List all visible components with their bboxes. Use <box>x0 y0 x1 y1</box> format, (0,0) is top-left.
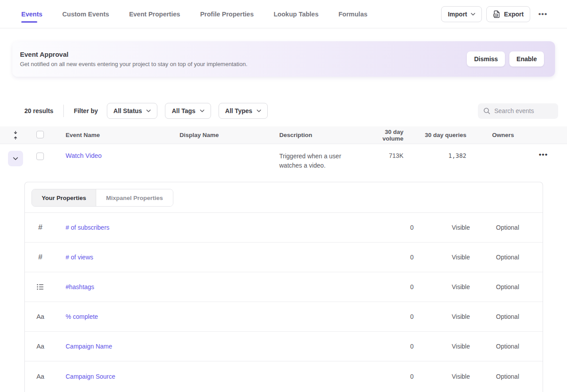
nav-actions: Import csv Export ••• <box>441 0 547 28</box>
export-button[interactable]: csv Export <box>486 6 530 22</box>
property-volume: 0 <box>374 343 414 350</box>
property-row: Aa Campaign Source 0 Visible Optional <box>25 361 543 391</box>
types-filter-dropdown[interactable]: All Types <box>219 103 268 119</box>
status-filter-label: All Status <box>113 107 142 114</box>
property-requirement: Optional <box>470 373 519 380</box>
chevron-down-icon <box>146 110 151 112</box>
divider <box>63 105 64 117</box>
text-type-icon: Aa <box>25 343 56 350</box>
property-requirement: Optional <box>470 343 519 350</box>
event-table-row: Watch Video Triggered when a user watche… <box>0 144 567 175</box>
properties-tab-control: Your Properties Mixpanel Properties <box>31 189 173 207</box>
tab-profile-properties[interactable]: Profile Properties <box>200 0 254 28</box>
chevron-down-icon <box>257 110 261 112</box>
property-name-link[interactable]: # of views <box>56 254 374 261</box>
col-header-owners: Owners <box>471 132 567 138</box>
import-button[interactable]: Import <box>441 6 482 22</box>
col-header-volume: 30 day volume <box>364 129 408 142</box>
list-type-icon <box>25 284 56 290</box>
nav-tab-list: Events Custom Events Event Properties Pr… <box>21 0 368 28</box>
property-visibility: Visible <box>414 224 470 231</box>
tab-custom-events[interactable]: Custom Events <box>63 0 109 28</box>
filter-toolbar: 20 results Filter by All Status All Tags… <box>24 103 558 119</box>
banner-actions: Dismiss Enable <box>467 51 544 67</box>
tab-events[interactable]: Events <box>21 0 43 28</box>
svg-text:csv: csv <box>494 14 497 16</box>
property-visibility: Visible <box>414 343 470 350</box>
property-visibility: Visible <box>414 313 470 320</box>
property-row: Aa Campaign Name 0 Visible Optional <box>25 332 543 361</box>
search-icon <box>483 107 490 114</box>
results-count: 20 results <box>24 107 53 114</box>
property-name-link[interactable]: #hashtags <box>56 283 374 290</box>
property-row: # # of views 0 Visible Optional <box>25 243 543 272</box>
banner-title: Event Approval <box>20 51 247 58</box>
import-button-label: Import <box>448 11 467 18</box>
event-description: Triggered when a user watches a video. <box>279 149 351 170</box>
event-name-link[interactable]: Watch Video <box>53 149 180 159</box>
chevron-down-icon <box>471 13 475 16</box>
property-volume: 0 <box>374 313 414 320</box>
chevron-down-icon <box>13 157 18 161</box>
property-volume: 0 <box>374 283 414 290</box>
search-events-input[interactable] <box>494 107 554 114</box>
collapse-all-icon[interactable] <box>0 131 31 140</box>
property-row: # # of subscribers 0 Visible Optional <box>25 213 543 243</box>
tab-lookup-tables[interactable]: Lookup Tables <box>274 0 318 28</box>
tags-filter-dropdown[interactable]: All Tags <box>165 103 211 119</box>
top-navigation: Events Custom Events Event Properties Pr… <box>0 0 567 28</box>
event-approval-banner: Event Approval Get notified on all new e… <box>12 41 555 77</box>
number-type-icon: # <box>25 223 56 232</box>
csv-file-icon: csv <box>493 10 501 18</box>
number-type-icon: # <box>25 253 56 262</box>
property-requirement: Optional <box>470 283 519 290</box>
tab-mixpanel-properties[interactable]: Mixpanel Properties <box>96 189 172 206</box>
property-requirement: Optional <box>470 224 519 231</box>
col-header-event-name: Event Name <box>53 132 180 138</box>
nav-more-menu-icon[interactable]: ••• <box>538 10 547 19</box>
property-volume: 0 <box>374 224 414 231</box>
event-queries-value: 1,382 <box>408 149 471 159</box>
dismiss-button[interactable]: Dismiss <box>467 51 505 67</box>
tags-filter-label: All Tags <box>172 107 195 114</box>
text-type-icon: Aa <box>25 313 56 320</box>
property-row: Aa % complete 0 Visible Optional <box>25 302 543 332</box>
properties-tabbar: Your Properties Mixpanel Properties <box>25 182 543 213</box>
col-header-queries: 30 day queries <box>408 132 471 138</box>
property-requirement: Optional <box>470 254 519 261</box>
property-volume: 0 <box>374 254 414 261</box>
col-header-display-name: Display Name <box>180 132 279 138</box>
property-volume: 0 <box>374 373 414 380</box>
events-table-header: Event Name Display Name Description 30 d… <box>0 126 567 144</box>
property-requirement: Optional <box>470 313 519 320</box>
banner-description: Get notified on all new events entering … <box>20 61 247 67</box>
property-name-link[interactable]: % complete <box>56 313 374 320</box>
tab-your-properties[interactable]: Your Properties <box>32 189 96 206</box>
chevron-down-icon <box>200 110 204 112</box>
property-visibility: Visible <box>414 254 470 261</box>
export-button-label: Export <box>504 11 524 18</box>
property-name-link[interactable]: Campaign Source <box>56 373 374 380</box>
search-events-box <box>478 103 558 119</box>
property-name-link[interactable]: # of subscribers <box>56 224 374 231</box>
types-filter-label: All Types <box>225 107 252 114</box>
property-row: #hashtags 0 Visible Optional <box>25 272 543 302</box>
enable-button[interactable]: Enable <box>509 51 544 67</box>
row-more-menu-icon[interactable]: ••• <box>471 149 567 159</box>
select-all-checkbox[interactable] <box>36 131 44 138</box>
filter-by-label: Filter by <box>74 107 98 114</box>
row-expander-button[interactable] <box>8 151 23 166</box>
tab-formulas[interactable]: Formulas <box>339 0 368 28</box>
tab-event-properties[interactable]: Event Properties <box>129 0 180 28</box>
event-properties-panel: Your Properties Mixpanel Properties # # … <box>24 182 543 392</box>
property-name-link[interactable]: Campaign Name <box>56 343 374 350</box>
property-visibility: Visible <box>414 373 470 380</box>
event-volume-value: 713K <box>364 149 408 159</box>
row-checkbox[interactable] <box>36 153 44 160</box>
status-filter-dropdown[interactable]: All Status <box>107 103 158 119</box>
banner-text: Event Approval Get notified on all new e… <box>20 51 247 67</box>
property-visibility: Visible <box>414 283 470 290</box>
col-header-description: Description <box>279 132 364 138</box>
text-type-icon: Aa <box>25 373 56 380</box>
